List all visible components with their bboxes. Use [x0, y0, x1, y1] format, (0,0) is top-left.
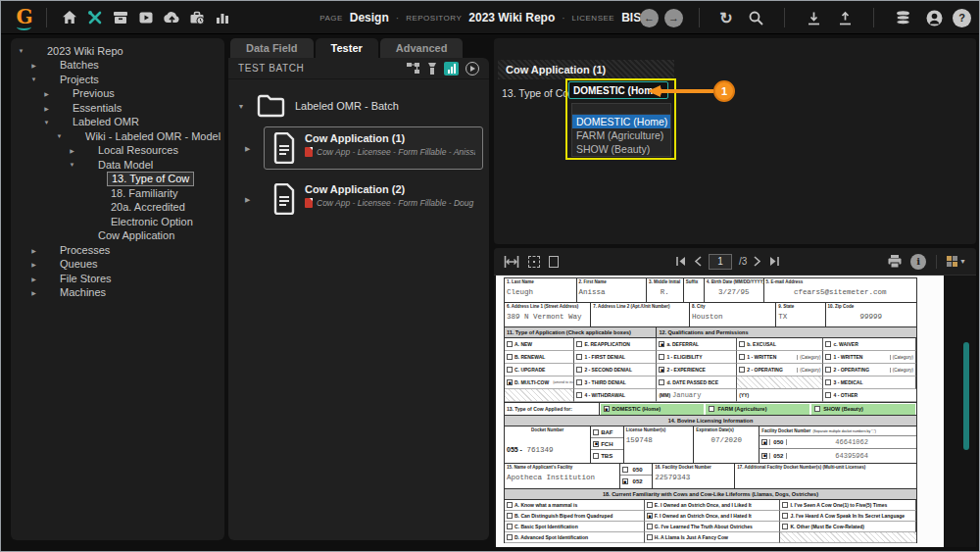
form-checkbox[interactable]: [507, 354, 513, 360]
form-checkbox[interactable]: [782, 524, 788, 529]
expander-icon[interactable]: ▶: [28, 261, 39, 268]
grooper-logo[interactable]: G: [13, 6, 36, 29]
viewer-scrollbar[interactable]: [963, 342, 969, 450]
last-page-button[interactable]: [768, 256, 780, 267]
repository-value[interactable]: 2023 Wiki Repo: [468, 11, 555, 25]
tree-item[interactable]: ▶ Batches: [11, 59, 224, 74]
form-checkbox[interactable]: [709, 406, 714, 412]
form-checkbox[interactable]: [782, 502, 788, 508]
form-checkbox[interactable]: [739, 341, 745, 347]
form-checkbox[interactable]: [593, 429, 599, 435]
form-checkbox[interactable]: [507, 367, 513, 373]
tab[interactable]: Tester: [316, 38, 378, 58]
tree-item[interactable]: Electronic Option: [11, 215, 224, 229]
form-checkbox[interactable]: [739, 367, 745, 373]
licensee-value[interactable]: BIS: [621, 11, 641, 25]
form-checkbox[interactable]: [647, 524, 653, 529]
download-icon[interactable]: [801, 5, 826, 30]
form-checkbox[interactable]: [507, 502, 513, 508]
dropdown-option[interactable]: DOMESTIC (Home): [572, 115, 670, 128]
tree-item[interactable]: ▶ Queues: [11, 258, 224, 273]
batches-icon[interactable]: [108, 5, 133, 30]
form-checkbox[interactable]: [576, 379, 582, 385]
tree-item[interactable]: ▶ Processes: [11, 243, 224, 258]
expander-icon[interactable]: ▶: [28, 62, 39, 69]
expander-icon[interactable]: ▼: [54, 133, 65, 139]
stats-icon[interactable]: [210, 5, 235, 30]
cloud-upload-icon[interactable]: [159, 5, 184, 30]
form-checkbox[interactable]: ■: [761, 439, 767, 445]
expander-icon[interactable]: ▶: [67, 147, 77, 154]
form-checkbox[interactable]: [814, 406, 820, 412]
stats-toggle-button[interactable]: [444, 62, 459, 75]
form-checkbox[interactable]: [659, 379, 664, 385]
form-checkbox[interactable]: [507, 341, 513, 347]
expander-icon[interactable]: ▶: [245, 196, 250, 204]
form-checkbox[interactable]: [576, 354, 582, 360]
expander-icon[interactable]: ▶: [41, 105, 52, 112]
form-checkbox[interactable]: [622, 467, 628, 473]
home-icon[interactable]: [57, 5, 82, 30]
form-checkbox[interactable]: [576, 392, 582, 398]
tree-item[interactable]: 20a. Accredited: [11, 201, 224, 216]
form-checkbox[interactable]: [825, 367, 831, 373]
tree-item[interactable]: ▶ Machines: [11, 286, 224, 301]
back-icon[interactable]: ←: [640, 9, 659, 27]
expander-icon[interactable]: ▼: [28, 76, 39, 82]
tree-item[interactable]: ▼ Labeled OMR: [11, 116, 224, 130]
expander-icon[interactable]: ▼: [67, 162, 77, 168]
form-checkbox[interactable]: [825, 379, 831, 385]
form-checkbox[interactable]: [507, 513, 513, 519]
form-checkbox[interactable]: [825, 341, 831, 347]
form-checkbox[interactable]: [739, 354, 745, 360]
print-icon[interactable]: [887, 254, 903, 269]
run-test-button[interactable]: [466, 62, 479, 75]
help-icon[interactable]: ?: [953, 9, 971, 27]
batch-item[interactable]: ▶ Cow Application (1) Cow App - Licensee…: [264, 126, 483, 170]
tree-item[interactable]: Cow Application: [11, 229, 224, 244]
form-checkbox[interactable]: [576, 367, 582, 373]
form-checkbox[interactable]: [507, 534, 513, 540]
expander-icon[interactable]: ▶: [245, 145, 250, 153]
dropdown-option[interactable]: SHOW (Beauty): [572, 142, 670, 156]
next-page-button[interactable]: [754, 256, 761, 267]
expander-icon[interactable]: ▶: [28, 276, 39, 282]
tree-item[interactable]: ▼ Projects: [11, 73, 224, 87]
form-checkbox[interactable]: ■: [507, 379, 513, 385]
info-icon[interactable]: i: [910, 254, 926, 270]
tree-item[interactable]: 18. Familiarity: [11, 186, 224, 201]
form-checkbox[interactable]: ■: [604, 406, 610, 412]
database-icon[interactable]: [890, 5, 915, 30]
form-checkbox[interactable]: [593, 453, 599, 459]
batch-folder-row[interactable]: ▼ Labeled OMR - Batch: [234, 93, 489, 119]
tree-item[interactable]: ▶ Essentials: [11, 101, 224, 116]
first-page-button[interactable]: [675, 256, 687, 267]
media-icon[interactable]: [133, 5, 159, 30]
form-checkbox[interactable]: ■: [593, 441, 599, 447]
tree-item[interactable]: ▼ 2023 Wiki Repo: [11, 44, 224, 59]
form-checkbox[interactable]: [782, 513, 788, 519]
form-checkbox[interactable]: ■: [659, 341, 664, 347]
design-tools-icon[interactable]: [82, 5, 108, 30]
tree-item[interactable]: ▶ Local Resources: [11, 144, 224, 159]
tree-item[interactable]: ▶ Previous: [11, 87, 224, 102]
fit-width-icon[interactable]: [504, 255, 519, 269]
expander-icon[interactable]: ▼: [41, 120, 52, 125]
form-checkbox[interactable]: [507, 524, 513, 529]
expander-icon[interactable]: ▼: [16, 48, 26, 54]
expander-icon[interactable]: ▶: [41, 90, 52, 97]
form-checkbox[interactable]: [659, 354, 664, 360]
batch-item[interactable]: ▶ Cow Application (2) Cow App - Licensee…: [264, 177, 483, 221]
form-checkbox[interactable]: ■: [659, 367, 664, 373]
hierarchy-icon[interactable]: [406, 62, 420, 75]
search-icon[interactable]: [743, 5, 768, 30]
form-checkbox[interactable]: [647, 502, 653, 508]
form-checkbox[interactable]: ■: [761, 453, 767, 459]
tree-item[interactable]: ▼ Data Model: [11, 158, 224, 173]
flashlight-icon[interactable]: [427, 62, 437, 75]
tree-item[interactable]: 13. Type of Cow: [11, 173, 224, 187]
page-value[interactable]: Design: [350, 11, 389, 25]
expander-icon[interactable]: ▶: [28, 289, 39, 296]
upload-icon[interactable]: [832, 5, 858, 30]
tab[interactable]: Data Field: [230, 38, 314, 58]
